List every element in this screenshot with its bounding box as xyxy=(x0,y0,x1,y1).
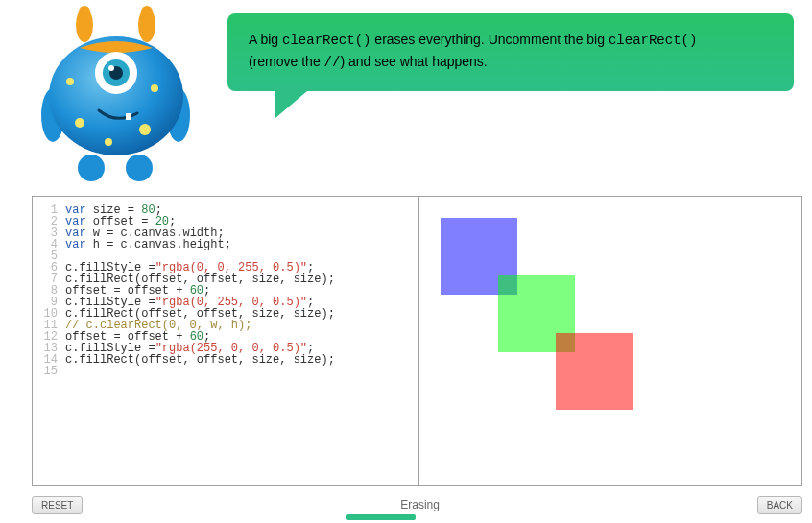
bubble-text: A big xyxy=(249,32,282,47)
canvas-preview xyxy=(419,197,801,485)
bubble-text: erases everything. Uncomment the big xyxy=(370,32,608,47)
main-panel: 1var size = 80;2var offset = 20;3var w =… xyxy=(32,196,802,486)
lesson-title: Erasing xyxy=(400,498,440,511)
top-section: A big clearRect() erases everything. Unc… xyxy=(0,0,812,192)
line-number: 15 xyxy=(36,366,58,377)
bubble-code: clearRect() xyxy=(609,33,697,48)
svg-point-2 xyxy=(78,155,105,181)
progress-track xyxy=(32,514,802,520)
code-line[interactable]: 4var h = c.canvas.height; xyxy=(36,239,409,250)
code-content[interactable]: c.fillRect(offset, offset, size, size); xyxy=(65,354,335,366)
progress-bar xyxy=(346,514,416,520)
code-line[interactable]: 15 xyxy=(36,366,409,377)
bubble-tail xyxy=(275,85,314,118)
svg-point-12 xyxy=(108,65,114,71)
svg-point-8 xyxy=(141,6,153,17)
svg-point-15 xyxy=(75,118,84,128)
svg-rect-13 xyxy=(126,113,131,120)
square-red xyxy=(556,333,633,410)
bubble-code: clearRect() xyxy=(282,33,370,48)
reset-button[interactable]: RESET xyxy=(32,496,83,514)
code-content[interactable]: var h = c.canvas.height; xyxy=(65,239,231,250)
code-editor[interactable]: 1var size = 80;2var offset = 20;3var w =… xyxy=(33,197,419,485)
svg-point-18 xyxy=(105,138,112,146)
svg-point-17 xyxy=(139,124,151,135)
bubble-code: // xyxy=(324,55,341,70)
instruction-bubble: A big clearRect() erases everything. Unc… xyxy=(227,13,794,91)
bubble-text: ) and see what happens. xyxy=(340,54,487,69)
svg-point-16 xyxy=(151,84,158,92)
bubble-text: (remove the xyxy=(249,54,324,69)
svg-point-7 xyxy=(79,6,90,17)
code-line[interactable]: 14c.fillRect(offset, offset, size, size)… xyxy=(36,354,409,366)
svg-point-14 xyxy=(66,78,74,85)
svg-point-3 xyxy=(126,155,153,181)
back-button[interactable]: BACK xyxy=(757,496,802,514)
monster-illustration xyxy=(32,0,200,182)
